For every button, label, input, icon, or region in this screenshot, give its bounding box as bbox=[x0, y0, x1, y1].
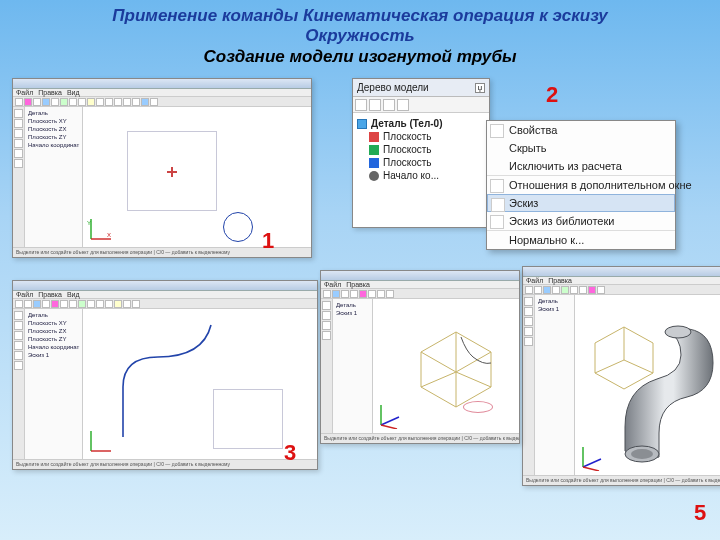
menu-edit[interactable]: Правка bbox=[38, 89, 62, 96]
toolbar-btn[interactable] bbox=[323, 290, 331, 298]
tool-btn[interactable] bbox=[14, 159, 23, 168]
tool-btn[interactable] bbox=[322, 321, 331, 330]
toolbar-btn[interactable] bbox=[51, 300, 59, 308]
menu-item-sketch[interactable]: Эскиз bbox=[487, 194, 675, 212]
toolbar-btn[interactable] bbox=[105, 98, 113, 106]
toolbar-btn[interactable] bbox=[42, 98, 50, 106]
tool-btn[interactable] bbox=[14, 149, 23, 158]
menu-edit[interactable]: Правка bbox=[548, 277, 572, 284]
menu-item-hide[interactable]: Скрыть bbox=[487, 139, 675, 157]
tree-node[interactable]: Плоскость XY bbox=[28, 319, 79, 327]
toolbar-btn[interactable] bbox=[552, 286, 560, 294]
toolbar-btn[interactable] bbox=[114, 98, 122, 106]
menu-item-relations[interactable]: Отношения в дополнительном окне bbox=[487, 175, 675, 194]
tool-btn[interactable] bbox=[524, 317, 533, 326]
tree-node[interactable]: Деталь bbox=[538, 297, 571, 305]
tree-node[interactable]: Деталь bbox=[28, 109, 79, 117]
tool-btn[interactable] bbox=[322, 301, 331, 310]
toolbar-btn[interactable] bbox=[87, 300, 95, 308]
menu-file[interactable]: Файл bbox=[16, 291, 33, 298]
toolbar-btn[interactable] bbox=[132, 98, 140, 106]
tool-btn[interactable] bbox=[524, 307, 533, 316]
tree-node[interactable]: Деталь bbox=[336, 301, 369, 309]
toolbar-btn[interactable] bbox=[78, 98, 86, 106]
tree-node[interactable]: Деталь bbox=[28, 311, 79, 319]
tool-btn[interactable] bbox=[14, 351, 23, 360]
tree-node[interactable]: Эскиз 1 bbox=[538, 305, 571, 313]
toolbar-btn[interactable] bbox=[570, 286, 578, 294]
toolbar-btn[interactable] bbox=[60, 98, 68, 106]
tree-item[interactable]: Плоскость bbox=[357, 131, 485, 142]
menu-view[interactable]: Вид bbox=[67, 291, 80, 298]
menu-file[interactable]: Файл bbox=[324, 281, 341, 288]
toolbar-btn[interactable] bbox=[42, 300, 50, 308]
tree-node[interactable]: Эскиз 1 bbox=[336, 309, 369, 317]
menu-item-exclude[interactable]: Исключить из расчета bbox=[487, 157, 675, 175]
toolbar-btn[interactable] bbox=[368, 290, 376, 298]
tool-btn[interactable] bbox=[14, 129, 23, 138]
panel-tool-btn[interactable] bbox=[397, 99, 409, 111]
toolbar-btn[interactable] bbox=[105, 300, 113, 308]
tree-node[interactable]: Плоскость ZY bbox=[28, 335, 79, 343]
tool-btn[interactable] bbox=[14, 119, 23, 128]
toolbar-btn[interactable] bbox=[579, 286, 587, 294]
toolbar-btn[interactable] bbox=[534, 286, 542, 294]
tree-item[interactable]: Начало ко... bbox=[357, 170, 485, 181]
toolbar-btn[interactable] bbox=[561, 286, 569, 294]
toolbar-btn[interactable] bbox=[332, 290, 340, 298]
toolbar-btn[interactable] bbox=[114, 300, 122, 308]
toolbar-btn[interactable] bbox=[24, 98, 32, 106]
menu-file[interactable]: Файл bbox=[526, 277, 543, 284]
tool-btn[interactable] bbox=[322, 311, 331, 320]
toolbar-btn[interactable] bbox=[132, 300, 140, 308]
tree-node[interactable]: Начало координат bbox=[28, 141, 79, 149]
tool-btn[interactable] bbox=[14, 331, 23, 340]
toolbar-btn[interactable] bbox=[141, 98, 149, 106]
toolbar-btn[interactable] bbox=[33, 300, 41, 308]
drawing-canvas[interactable] bbox=[373, 299, 519, 433]
toolbar-btn[interactable] bbox=[69, 98, 77, 106]
tree-root[interactable]: Деталь (Тел-0) bbox=[357, 118, 485, 129]
toolbar-btn[interactable] bbox=[96, 300, 104, 308]
panel-tool-btn[interactable] bbox=[355, 99, 367, 111]
toolbar-btn[interactable] bbox=[543, 286, 551, 294]
menu-item-sketch-lib[interactable]: Эскиз из библиотеки bbox=[487, 212, 675, 230]
menu-view[interactable]: Вид bbox=[67, 89, 80, 96]
toolbar-btn[interactable] bbox=[525, 286, 533, 294]
tree-node[interactable]: Эскиз 1 bbox=[28, 351, 79, 359]
toolbar-btn[interactable] bbox=[51, 98, 59, 106]
tree-node[interactable]: Плоскость ZX bbox=[28, 327, 79, 335]
menu-edit[interactable]: Правка bbox=[346, 281, 370, 288]
toolbar-btn[interactable] bbox=[96, 98, 104, 106]
drawing-canvas[interactable]: YX bbox=[83, 107, 311, 247]
toolbar-btn[interactable] bbox=[87, 98, 95, 106]
menu-file[interactable]: Файл bbox=[16, 89, 33, 96]
toolbar-btn[interactable] bbox=[15, 98, 23, 106]
tree-node[interactable]: Плоскость XY bbox=[28, 117, 79, 125]
tree-node[interactable]: Начало координат bbox=[28, 343, 79, 351]
tool-btn[interactable] bbox=[524, 297, 533, 306]
toolbar-btn[interactable] bbox=[588, 286, 596, 294]
panel-tool-btn[interactable] bbox=[383, 99, 395, 111]
tree-item[interactable]: Плоскость bbox=[357, 144, 485, 155]
tool-btn[interactable] bbox=[14, 139, 23, 148]
tool-btn[interactable] bbox=[14, 361, 23, 370]
toolbar-btn[interactable] bbox=[15, 300, 23, 308]
toolbar-btn[interactable] bbox=[69, 300, 77, 308]
tool-btn[interactable] bbox=[524, 337, 533, 346]
toolbar-btn[interactable] bbox=[78, 300, 86, 308]
tool-btn[interactable] bbox=[322, 331, 331, 340]
tree-node[interactable]: Плоскость ZY bbox=[28, 133, 79, 141]
toolbar-btn[interactable] bbox=[24, 300, 32, 308]
toolbar-btn[interactable] bbox=[123, 300, 131, 308]
toolbar-btn[interactable] bbox=[33, 98, 41, 106]
tool-btn[interactable] bbox=[14, 109, 23, 118]
toolbar-btn[interactable] bbox=[597, 286, 605, 294]
menu-item-normal[interactable]: Нормально к... bbox=[487, 230, 675, 249]
pin-icon[interactable]: џ bbox=[475, 83, 485, 93]
menu-edit[interactable]: Правка bbox=[38, 291, 62, 298]
tree-item[interactable]: Плоскость bbox=[357, 157, 485, 168]
toolbar-btn[interactable] bbox=[386, 290, 394, 298]
toolbar-btn[interactable] bbox=[150, 98, 158, 106]
toolbar-btn[interactable] bbox=[123, 98, 131, 106]
